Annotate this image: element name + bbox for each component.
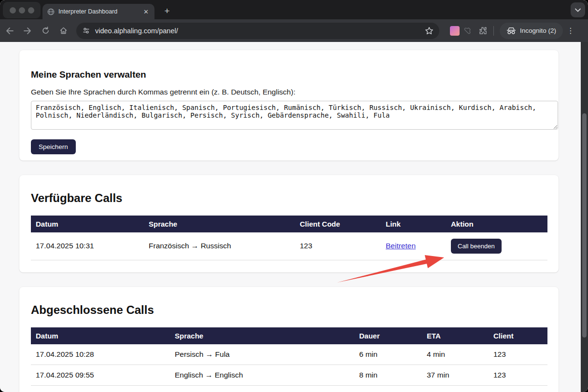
cell-datum: 17.04.2025 10:28 bbox=[31, 344, 170, 365]
browser-menu-icon[interactable]: ⋮ bbox=[567, 26, 574, 35]
languages-card: Meine Sprachen verwalten Geben Sie Ihre … bbox=[19, 50, 559, 161]
col-client-code: Client Code bbox=[295, 216, 381, 232]
reload-button[interactable] bbox=[37, 23, 54, 39]
tab-strip: Interpreter Dashboard ✕ + bbox=[0, 0, 588, 19]
tab-title: Interpreter Dashboard bbox=[58, 8, 139, 15]
url-text[interactable]: video.alphaling.com/panel/ bbox=[95, 27, 420, 35]
tab-interpreter-dashboard[interactable]: Interpreter Dashboard ✕ bbox=[42, 4, 154, 19]
available-calls-table: Datum Sprache Client Code Link Aktion 17… bbox=[31, 216, 547, 260]
cell-datum: 17.04.2025 09:55 bbox=[31, 365, 170, 386]
cell-sprache: Persisch → Fula bbox=[170, 344, 354, 365]
join-call-link[interactable]: Beitreten bbox=[386, 242, 416, 250]
cell-client-code: 123 bbox=[295, 232, 381, 260]
puzzle-icon bbox=[478, 26, 488, 35]
languages-instruction: Geben Sie Ihre Sprachen durch Kommas get… bbox=[31, 88, 547, 96]
browser-toolbar: video.alphaling.com/panel/ Incognito (2)… bbox=[0, 19, 588, 42]
bookmark-star-icon[interactable] bbox=[425, 27, 434, 35]
cell-eta: 4 min bbox=[422, 344, 489, 365]
col-client: Client bbox=[489, 327, 547, 344]
browser-window: Interpreter Dashboard ✕ + video.alphalin… bbox=[0, 0, 588, 392]
col-aktion: Aktion bbox=[446, 216, 547, 232]
cell-client: 123 bbox=[489, 344, 547, 365]
window-maximize-button[interactable] bbox=[28, 7, 34, 14]
cell-sprache: Französisch → Russisch bbox=[144, 232, 295, 260]
col-sprache: Sprache bbox=[170, 327, 354, 344]
tab-close-icon[interactable]: ✕ bbox=[142, 8, 150, 15]
extension-pinned-icon[interactable] bbox=[450, 26, 460, 36]
window-minimize-button[interactable] bbox=[19, 7, 25, 14]
col-dauer: Dauer bbox=[354, 327, 422, 344]
page-scrollbar[interactable] bbox=[581, 42, 588, 392]
tab-search-button[interactable] bbox=[571, 2, 585, 17]
table-row: 17.04.2025 09:55 Englisch → Englisch 8 m… bbox=[31, 365, 547, 386]
extensions-button[interactable] bbox=[475, 23, 490, 39]
table-row: 17.04.2025 10:31 Französisch → Russisch … bbox=[31, 232, 547, 260]
completed-calls-header-row: Datum Sprache Dauer ETA Client bbox=[31, 327, 547, 344]
chevron-down-icon bbox=[575, 8, 581, 12]
table-row: 17.04.2025 10:28 Persisch → Fula 6 min 4… bbox=[31, 344, 547, 365]
cell-client: 123 bbox=[489, 365, 547, 386]
cell-sprache: Englisch → Englisch bbox=[170, 365, 354, 386]
back-arrow-icon bbox=[5, 27, 14, 35]
available-calls-title: Verfügbare Calls bbox=[31, 191, 547, 205]
page-content: Meine Sprachen verwalten Geben Sie Ihre … bbox=[0, 42, 581, 392]
incognito-icon bbox=[506, 27, 516, 34]
cell-dauer: 8 min bbox=[354, 365, 422, 386]
incognito-badge[interactable]: Incognito (2) bbox=[500, 23, 563, 39]
col-sprache: Sprache bbox=[144, 216, 295, 232]
window-close-button[interactable] bbox=[10, 7, 16, 14]
cell-eta: 37 min bbox=[422, 365, 489, 386]
back-button[interactable] bbox=[1, 23, 18, 39]
address-bar[interactable]: video.alphaling.com/panel/ bbox=[76, 23, 439, 39]
col-link: Link bbox=[381, 216, 446, 232]
new-tab-button[interactable]: + bbox=[160, 4, 174, 18]
completed-calls-title: Abgeschlossene Calls bbox=[31, 303, 547, 317]
end-call-button[interactable]: Call beenden bbox=[451, 239, 502, 254]
cell-dauer: 6 min bbox=[354, 344, 422, 365]
completed-calls-table: Datum Sprache Dauer ETA Client 17.04.202… bbox=[31, 327, 547, 386]
forward-arrow-icon bbox=[23, 27, 32, 35]
globe-favicon-icon bbox=[47, 8, 55, 15]
window-controls bbox=[3, 2, 41, 18]
available-calls-header-row: Datum Sprache Client Code Link Aktion bbox=[31, 216, 547, 232]
save-languages-button[interactable]: Speichern bbox=[31, 139, 76, 154]
scrollbar-thumb[interactable] bbox=[582, 113, 587, 338]
cell-datum: 17.04.2025 10:31 bbox=[31, 232, 144, 260]
available-calls-card: Verfügbare Calls Datum Sprache Client Co… bbox=[19, 175, 559, 272]
incognito-label: Incognito (2) bbox=[520, 27, 556, 34]
reload-icon bbox=[42, 27, 50, 35]
completed-calls-card: Abgeschlossene Calls Datum Sprache Dauer… bbox=[19, 287, 559, 392]
extension-disabled-icon bbox=[463, 27, 472, 35]
col-datum: Datum bbox=[31, 327, 170, 344]
forward-button[interactable] bbox=[19, 23, 36, 39]
toolbar-divider bbox=[493, 26, 494, 36]
col-eta: ETA bbox=[422, 327, 489, 344]
col-datum: Datum bbox=[31, 216, 144, 232]
site-settings-icon bbox=[82, 27, 90, 35]
languages-textarea[interactable]: Französisch, Englisch, Italienisch, Span… bbox=[31, 101, 558, 130]
languages-title: Meine Sprachen verwalten bbox=[31, 69, 547, 80]
home-button[interactable] bbox=[55, 23, 71, 39]
extension-disabled-button[interactable] bbox=[460, 23, 475, 39]
home-icon bbox=[59, 27, 68, 35]
